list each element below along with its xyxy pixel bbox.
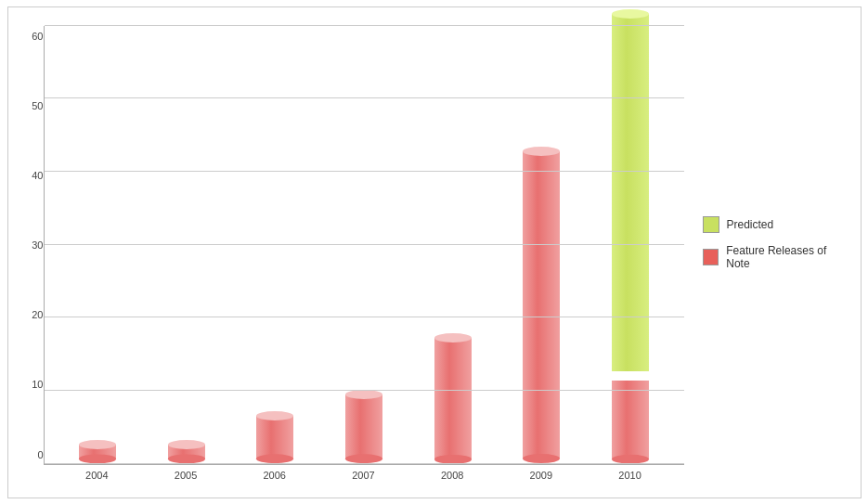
svg-point-8 [256, 411, 293, 420]
predicted-bar-2010 [612, 9, 649, 376]
feature-bar-2007 [345, 390, 382, 463]
svg-point-5 [168, 440, 205, 449]
y-label-60: 60 [18, 31, 44, 42]
svg-point-19 [612, 9, 649, 19]
feature-bar-2005 [168, 440, 205, 463]
legend-item-predicted: Predicted [703, 216, 774, 233]
legend-item-feature: Feature Releases of Note [703, 244, 851, 270]
grid-line-20 [45, 317, 684, 317]
feature-bar-2008 [434, 333, 472, 464]
svg-rect-9 [345, 394, 382, 459]
svg-rect-6 [256, 416, 293, 459]
x-label-2008: 2008 [434, 470, 471, 488]
bars-row [45, 26, 684, 464]
svg-point-2 [79, 440, 116, 449]
plot-area: 2004200520062007200820092010 [44, 26, 684, 488]
grid-line-10 [45, 390, 684, 391]
y-label-40: 40 [18, 170, 44, 181]
bar-group-2010 [612, 9, 649, 464]
svg-rect-12 [434, 338, 472, 459]
x-label-2010: 2010 [612, 470, 649, 488]
legend-label-predicted: Predicted [727, 218, 774, 231]
legend-label-feature: Feature Releases of Note [726, 244, 850, 270]
svg-rect-20 [612, 381, 649, 459]
bar-group-2008 [434, 333, 472, 464]
grid-line-50 [45, 97, 684, 98]
feature-bar-2006 [256, 411, 293, 463]
svg-point-11 [345, 390, 382, 399]
feature-bar-2009 [523, 147, 560, 463]
bar-group-2009 [523, 147, 560, 463]
grid-line-30 [45, 244, 684, 245]
feature-bar-2004 [79, 440, 116, 463]
svg-rect-15 [523, 151, 560, 459]
bar-group-2007 [345, 390, 382, 463]
y-label-50: 50 [18, 100, 44, 111]
grid-line-60 [45, 25, 684, 26]
bar-group-2004 [79, 440, 116, 463]
x-axis-labels: 2004200520062007200820092010 [44, 465, 684, 488]
y-label-20: 20 [18, 309, 44, 320]
grid-line-40 [45, 171, 684, 172]
legend: Predicted Feature Releases of Note [684, 26, 851, 488]
x-label-2009: 2009 [523, 470, 560, 488]
legend-swatch-feature [703, 249, 719, 265]
bar-group-2006 [256, 411, 293, 463]
grid-line-0 [45, 463, 684, 464]
y-label-0: 0 [18, 449, 44, 460]
svg-point-14 [434, 333, 472, 342]
x-label-2005: 2005 [167, 470, 204, 488]
y-axis-labels: 0 10 20 30 40 50 60 [18, 26, 44, 488]
legend-swatch-predicted [703, 216, 719, 233]
x-label-2006: 2006 [256, 470, 293, 488]
grid-and-bars [44, 26, 684, 465]
chart-container: 0 10 20 30 40 50 60 20042005200620072008… [7, 6, 862, 498]
x-label-2007: 2007 [344, 470, 382, 488]
y-label-30: 30 [18, 239, 44, 251]
bar-group-2005 [168, 440, 205, 463]
svg-point-17 [523, 147, 560, 156]
x-label-2004: 2004 [78, 470, 115, 488]
chart-area: 0 10 20 30 40 50 60 20042005200620072008… [18, 26, 684, 488]
y-label-10: 10 [18, 379, 44, 390]
